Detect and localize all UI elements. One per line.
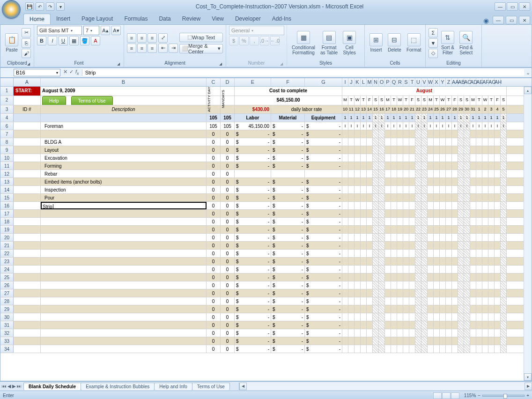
cell-B20[interactable] <box>41 234 207 241</box>
cell-G22[interactable]: $- <box>305 250 342 257</box>
row9-day-7[interactable] <box>385 146 391 154</box>
row30-day-25[interactable] <box>495 313 501 321</box>
expand-formula-icon[interactable]: ⌄ <box>524 70 532 76</box>
dow-header-day-23[interactable]: W <box>482 96 488 105</box>
row24-day-25[interactable] <box>495 266 501 273</box>
dow-header-day-13[interactable]: S <box>421 96 428 105</box>
row18-day-6[interactable] <box>379 218 385 225</box>
row33-day-5[interactable] <box>373 337 379 345</box>
row32-day-7[interactable] <box>385 329 391 337</box>
row10-day-14[interactable] <box>428 154 434 162</box>
cell-A29[interactable] <box>14 305 41 313</box>
sheet-tab-blank-daily-schedule[interactable]: Blank Daily Schedule <box>23 383 81 390</box>
sheet-tab-terms-of-use[interactable]: Terms of Use <box>192 383 230 390</box>
row15-day-1[interactable] <box>348 194 355 201</box>
cell-D18[interactable]: 0 <box>221 218 235 225</box>
align-bottom-icon[interactable]: ≡ <box>148 33 157 43</box>
row27-day-8[interactable] <box>391 289 397 297</box>
cell-D33[interactable]: 0 <box>221 337 235 345</box>
row28-day-24[interactable] <box>488 297 495 305</box>
row25-day-25[interactable] <box>495 273 501 281</box>
row23-day-14[interactable] <box>428 258 434 265</box>
row18-day-23[interactable] <box>482 218 488 225</box>
row30-day-5[interactable] <box>373 313 379 321</box>
row10-day-8[interactable] <box>391 154 397 162</box>
row12-day-17[interactable] <box>446 170 452 177</box>
row15-day-19[interactable] <box>458 194 464 201</box>
row12-day-22[interactable] <box>476 170 482 177</box>
day-number-day-9[interactable]: 19 <box>397 105 403 113</box>
horizontal-scrollbar[interactable]: ◀ ▶ <box>239 383 532 390</box>
cell-F22[interactable]: $- <box>271 250 305 257</box>
row-header-34[interactable]: 34 <box>0 345 14 353</box>
row8-day-5[interactable] <box>373 138 379 146</box>
row9-day-18[interactable] <box>452 146 458 154</box>
row16-day-12[interactable] <box>415 202 421 209</box>
cell-B25[interactable] <box>41 273 207 281</box>
row33-day-24[interactable] <box>488 337 495 345</box>
col-header-Q[interactable]: Q <box>391 78 397 86</box>
cell-E26[interactable]: $- <box>235 281 271 289</box>
font-size-combo[interactable]: 7▾ <box>83 26 99 35</box>
cell-G8[interactable]: $- <box>305 138 342 146</box>
row32-day-20[interactable] <box>464 329 470 337</box>
row7-day-16[interactable] <box>440 130 446 138</box>
cell-F19[interactable]: $- <box>271 226 305 233</box>
row7-day-25[interactable] <box>495 130 501 138</box>
row10-day-22[interactable] <box>476 154 482 162</box>
row10-day-1[interactable] <box>348 154 355 162</box>
dow-header-day-17[interactable]: T <box>446 96 452 105</box>
row22-day-11[interactable] <box>409 250 415 257</box>
dow-header-day-22[interactable]: T <box>476 96 482 105</box>
row34-day-0[interactable] <box>342 345 348 353</box>
row22-day-1[interactable] <box>348 250 355 257</box>
row20-day-24[interactable] <box>488 234 495 241</box>
row25-day-2[interactable] <box>355 273 361 281</box>
row14-day-13[interactable] <box>421 186 428 193</box>
row25-day-22[interactable] <box>476 273 482 281</box>
row8-day-23[interactable] <box>482 138 488 146</box>
row18-day-21[interactable] <box>470 218 476 225</box>
row18-day-11[interactable] <box>409 218 415 225</box>
row22-day-26[interactable] <box>501 250 507 257</box>
row-header-15[interactable]: 15 <box>0 194 14 201</box>
row7-day-5[interactable] <box>373 130 379 138</box>
row6-day-10[interactable]: I <box>403 122 409 130</box>
row30-day-16[interactable] <box>440 313 446 321</box>
row7-day-23[interactable] <box>482 130 488 138</box>
row27-day-2[interactable] <box>355 289 361 297</box>
row13-day-2[interactable] <box>355 178 361 185</box>
row18-day-10[interactable] <box>403 218 409 225</box>
row21-day-2[interactable] <box>355 242 361 249</box>
day-number-day-12[interactable]: 22 <box>415 105 421 113</box>
col-header-T[interactable]: T <box>409 78 415 86</box>
row22-day-3[interactable] <box>361 250 367 257</box>
row22-day-21[interactable] <box>470 250 476 257</box>
row8-day-7[interactable] <box>385 138 391 146</box>
row22-day-7[interactable] <box>385 250 391 257</box>
row7-day-13[interactable] <box>421 130 428 138</box>
row12-day-14[interactable] <box>428 170 434 177</box>
row33-day-25[interactable] <box>495 337 501 345</box>
row21-day-26[interactable] <box>501 242 507 249</box>
row10-day-10[interactable] <box>403 154 409 162</box>
row24-day-11[interactable] <box>409 266 415 273</box>
row23-day-2[interactable] <box>355 258 361 265</box>
row19-day-3[interactable] <box>361 226 367 233</box>
row30-day-0[interactable] <box>342 313 348 321</box>
row17-day-7[interactable] <box>385 210 391 217</box>
cell-D12[interactable]: 0 <box>221 170 235 177</box>
row14-day-22[interactable] <box>476 186 482 193</box>
row25-day-16[interactable] <box>440 273 446 281</box>
formula-input[interactable]: Strip <box>82 69 524 76</box>
row6-day-17[interactable]: I <box>446 122 452 130</box>
row26-day-9[interactable] <box>397 281 403 289</box>
row17-day-14[interactable] <box>428 210 434 217</box>
row24-day-21[interactable] <box>470 266 476 273</box>
dow-header-day-4[interactable]: F <box>367 96 373 105</box>
row12-day-18[interactable] <box>452 170 458 177</box>
cell-B15[interactable]: Pour <box>41 194 207 201</box>
cell-F28[interactable]: $- <box>271 297 305 305</box>
row11-day-15[interactable] <box>434 162 440 170</box>
row16-day-6[interactable] <box>379 202 385 209</box>
